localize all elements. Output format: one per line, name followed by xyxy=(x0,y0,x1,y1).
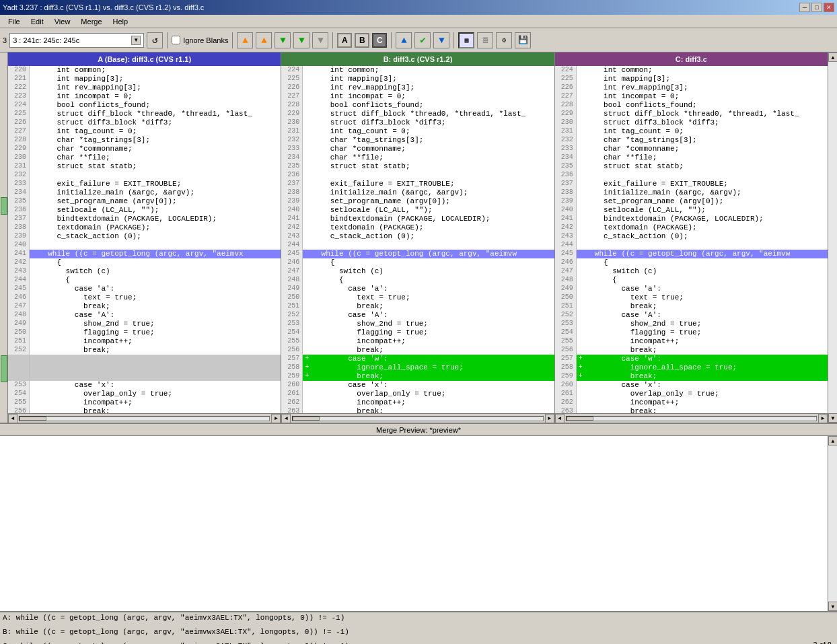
blue-up-button[interactable]: ▲ xyxy=(396,32,412,48)
line-number: 250 xyxy=(555,293,577,302)
line-code xyxy=(38,171,281,180)
table-row: 250 text = true; xyxy=(555,293,828,302)
line-number: 232 xyxy=(555,136,577,145)
line-marker xyxy=(303,258,311,267)
vscroll-down[interactable]: ▼ xyxy=(828,413,837,423)
line-code: break; xyxy=(38,407,281,413)
refresh-button[interactable]: ↺ xyxy=(147,32,163,48)
line-code: switch (c) xyxy=(38,267,281,276)
diff-vscrollbar[interactable]: ▲ ▼ xyxy=(828,52,837,423)
line-marker xyxy=(303,162,311,171)
pane-c-button[interactable]: C xyxy=(372,33,387,48)
toolbar: 3 3 : 241c: 245c: 245c ▼ ↺ Ignore Blanks… xyxy=(0,28,837,52)
settings-button[interactable]: ⚙ xyxy=(496,32,512,48)
status-b-text: B: while ((c = getopt_long (argc, argv, … xyxy=(3,628,349,636)
line-number: 250 xyxy=(281,293,303,302)
merge-vscrollbar[interactable]: ▲ ▼ xyxy=(828,436,837,611)
line-code: break; xyxy=(585,346,828,355)
line-code: break; xyxy=(311,372,554,381)
line-code: incompat++; xyxy=(311,398,554,407)
blue-check-button[interactable]: ✔ xyxy=(414,32,431,48)
pane-c-scrollbar[interactable]: ◄ ► xyxy=(555,413,828,423)
table-row: 258+ ignore_all_space = true; xyxy=(555,363,828,372)
line-number: 247 xyxy=(281,267,303,276)
table-row: 251 break; xyxy=(555,302,828,311)
line-code: char *tag_strings[3]; xyxy=(585,136,828,145)
line-marker xyxy=(30,92,38,101)
line-number: 230 xyxy=(281,118,303,127)
diff-pane-b: B: diff3.c (CVS r1.2) 224 int common;225… xyxy=(281,52,554,423)
line-number: 258 xyxy=(555,363,577,372)
merge-button[interactable]: ▼ xyxy=(312,32,328,48)
vscroll-track[interactable] xyxy=(828,62,837,413)
table-row: 222 int rev_mapping[3]; xyxy=(8,83,281,92)
merge-preview-content[interactable] xyxy=(0,436,828,611)
pane-a-button[interactable]: A xyxy=(337,33,352,48)
line-number: 246 xyxy=(281,258,303,267)
line-number: 257 xyxy=(281,355,303,363)
pane-b-button[interactable]: B xyxy=(355,33,369,48)
ignore-blanks-checkbox[interactable]: Ignore Blanks xyxy=(172,36,228,44)
minimize-button[interactable]: ─ xyxy=(799,3,810,12)
maximize-button[interactable]: □ xyxy=(811,3,822,12)
prev-conflict-button[interactable]: ▲ xyxy=(237,32,253,48)
close-button[interactable]: ✕ xyxy=(824,3,834,12)
merge-vscroll-track[interactable] xyxy=(828,445,837,602)
line-marker xyxy=(30,127,38,136)
line-marker xyxy=(303,145,311,153)
line-number: 241 xyxy=(555,215,577,223)
pane-b-hscroll[interactable] xyxy=(292,416,543,421)
table-row: 257+ case 'w': xyxy=(281,355,554,363)
table-row: 235 struct stat statb; xyxy=(281,162,554,171)
pane-a-scrollbar[interactable]: ◄ ► xyxy=(8,413,281,423)
pane-b-content[interactable]: 224 int common;225 int mapping[3];226 in… xyxy=(281,66,554,413)
table-row: 231 struct stat statb; xyxy=(8,162,281,171)
menu-merge[interactable]: Merge xyxy=(75,16,107,27)
table-row: 263 break; xyxy=(555,407,828,413)
pane-c-hscroll[interactable] xyxy=(566,416,817,421)
line-number: 233 xyxy=(555,145,577,153)
table-row: 242 textdomain (PACKAGE); xyxy=(555,223,828,232)
table-row: 260 case 'x': xyxy=(555,381,828,390)
blue-down-button[interactable]: ▼ xyxy=(433,32,449,48)
line-number: 250 xyxy=(8,328,30,337)
table-row: 262 incompat++; xyxy=(555,398,828,407)
line-marker xyxy=(577,398,585,407)
menu-edit[interactable]: Edit xyxy=(26,16,49,27)
line-code: int rev_mapping[3]; xyxy=(311,83,554,92)
pane-a-content[interactable]: 220 int common;221 int mapping[3];222 in… xyxy=(8,66,281,413)
line-marker xyxy=(303,311,311,320)
line-code: bindtextdomain (PACKAGE, LOCALEDIR); xyxy=(311,215,554,223)
line-marker xyxy=(577,381,585,390)
pane-c-code: 224 int common;225 int mapping[3];226 in… xyxy=(555,66,828,413)
pane-b-scrollbar[interactable]: ◄ ► xyxy=(281,413,554,423)
line-number: 246 xyxy=(555,258,577,267)
line-code: int mapping[3]; xyxy=(585,75,828,83)
save-button[interactable]: 💾 xyxy=(515,32,531,48)
next-diff-down-button[interactable]: ▼ xyxy=(275,32,291,48)
vscroll-up[interactable]: ▲ xyxy=(828,52,837,62)
separator-3 xyxy=(332,32,333,48)
menu-help[interactable]: Help xyxy=(108,16,134,27)
line-marker xyxy=(577,110,585,118)
list-button[interactable]: ☰ xyxy=(477,32,493,48)
menu-file[interactable]: File xyxy=(3,16,26,27)
line-code: int incompat = 0; xyxy=(585,92,828,101)
view-toggle-button[interactable]: ▦ xyxy=(458,32,474,48)
merge-vscroll-down[interactable]: ▼ xyxy=(828,602,837,611)
table-row: 225 struct diff_block *thread0, *thread1… xyxy=(8,110,281,118)
line-marker xyxy=(303,215,311,223)
location-dropdown-arrow[interactable]: ▼ xyxy=(131,36,141,45)
next-conflict-down-button[interactable]: ▼ xyxy=(293,32,310,48)
pane-c-content[interactable]: 224 int common;225 int mapping[3];226 in… xyxy=(555,66,828,413)
line-code xyxy=(311,171,554,180)
menu-view[interactable]: View xyxy=(49,16,76,27)
pane-a-hscroll[interactable] xyxy=(19,416,270,421)
line-marker xyxy=(303,180,311,188)
table-row: 239 set_program_name (argv[0]); xyxy=(281,197,554,206)
prev-diff-button[interactable]: ▲ xyxy=(256,32,272,48)
line-number: 262 xyxy=(555,398,577,407)
location-dropdown[interactable]: 3 : 241c: 245c: 245c ▼ xyxy=(9,33,144,48)
merge-vscroll-up[interactable]: ▲ xyxy=(828,436,837,445)
ignore-blanks-input[interactable] xyxy=(172,36,180,44)
